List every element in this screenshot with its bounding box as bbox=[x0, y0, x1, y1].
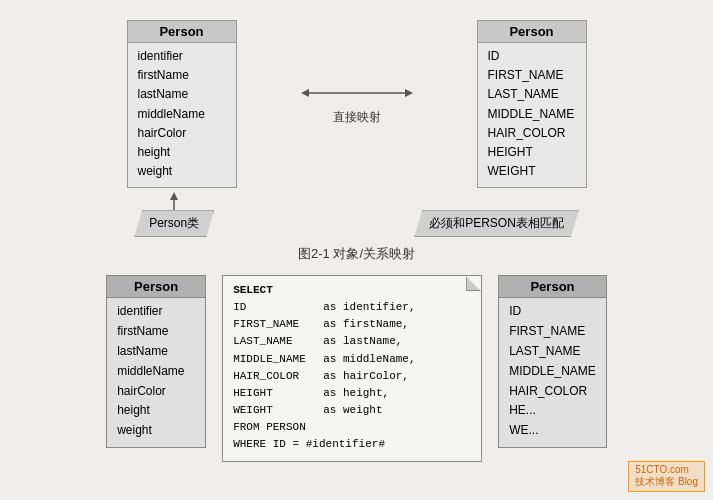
bidirectional-arrow-svg bbox=[297, 83, 417, 103]
figure-caption: 图2-1 对象/关系映射 bbox=[298, 245, 415, 263]
field-HAIR_COLOR: HAIR_COLOR bbox=[488, 124, 576, 143]
field-WEIGHT: WEIGHT bbox=[488, 162, 576, 181]
br-field-ID: ID bbox=[509, 302, 596, 322]
field-hairColor: hairColor bbox=[138, 124, 226, 143]
svg-marker-4 bbox=[170, 192, 178, 200]
field-weight: weight bbox=[138, 162, 226, 181]
br-field-HEIGHT: HE... bbox=[509, 401, 596, 421]
field-LAST_NAME: LAST_NAME bbox=[488, 85, 576, 104]
field-FIRST_NAME: FIRST_NAME bbox=[488, 66, 576, 85]
sql-row-haircolor: HAIR_COLOR as hairColor, bbox=[233, 368, 471, 385]
top-left-entity: Person identifier firstName lastName mid… bbox=[127, 20, 237, 188]
top-arrow-line bbox=[297, 83, 417, 103]
field-height: height bbox=[138, 143, 226, 162]
b-field-firstName: firstName bbox=[117, 322, 195, 342]
top-left-entity-header: Person bbox=[128, 21, 236, 43]
br-field-LAST_NAME: LAST_NAME bbox=[509, 342, 596, 362]
watermark-line1: 51CTO.com bbox=[635, 464, 698, 475]
b-field-hairColor: hairColor bbox=[117, 382, 195, 402]
top-right-entity-body: ID FIRST_NAME LAST_NAME MIDDLE_NAME HAIR… bbox=[478, 43, 586, 187]
field-ID: ID bbox=[488, 47, 576, 66]
bottom-right-entity-body: ID FIRST_NAME LAST_NAME MIDDLE_NAME HAIR… bbox=[499, 298, 606, 447]
sql-select: SELECT bbox=[233, 282, 471, 299]
svg-marker-2 bbox=[405, 89, 413, 97]
sql-box: SELECT ID as identifier, FIRST_NAME as f… bbox=[222, 275, 482, 461]
sql-from: FROM PERSON bbox=[233, 419, 471, 436]
bottom-section: Person identifier firstName lastName mid… bbox=[0, 275, 713, 461]
bottom-right-entity: Person ID FIRST_NAME LAST_NAME MIDDLE_NA… bbox=[498, 275, 607, 448]
arrow-label: 直接映射 bbox=[333, 109, 381, 126]
b-field-height: height bbox=[117, 401, 195, 421]
bottom-left-entity: Person identifier firstName lastName mid… bbox=[106, 275, 206, 448]
top-left-entity-body: identifier firstName lastName middleName… bbox=[128, 43, 236, 187]
field-HEIGHT: HEIGHT bbox=[488, 143, 576, 162]
top-right-entity: Person ID FIRST_NAME LAST_NAME MIDDLE_NA… bbox=[477, 20, 587, 188]
top-right-entity-header: Person bbox=[478, 21, 586, 43]
br-field-MIDDLE_NAME: MIDDLE_NAME bbox=[509, 362, 596, 382]
br-field-WEIGHT: WE... bbox=[509, 421, 596, 441]
watermark-line2: 技术博客 Blog bbox=[635, 475, 698, 489]
b-field-weight: weight bbox=[117, 421, 195, 441]
field-identifier: identifier bbox=[138, 47, 226, 66]
sql-where: WHERE ID = #identifier# bbox=[233, 436, 471, 453]
field-lastName: lastName bbox=[138, 85, 226, 104]
left-caption-group: Person类 bbox=[134, 192, 214, 237]
bottom-left-entity-header: Person bbox=[107, 276, 205, 298]
caption-person-class: Person类 bbox=[134, 210, 214, 237]
field-middleName: middleName bbox=[138, 105, 226, 124]
bottom-right-entity-header: Person bbox=[499, 276, 606, 298]
field-MIDDLE_NAME: MIDDLE_NAME bbox=[488, 105, 576, 124]
field-firstName: firstName bbox=[138, 66, 226, 85]
b-field-middleName: middleName bbox=[117, 362, 195, 382]
sql-row-middlename: MIDDLE_NAME as middleName, bbox=[233, 351, 471, 368]
up-arrow-left-svg bbox=[168, 192, 180, 210]
top-diagram-row: Person identifier firstName lastName mid… bbox=[127, 20, 587, 188]
sql-row-id: ID as identifier, bbox=[233, 299, 471, 316]
sql-row-height: HEIGHT as height, bbox=[233, 385, 471, 402]
br-field-FIRST_NAME: FIRST_NAME bbox=[509, 322, 596, 342]
svg-marker-0 bbox=[301, 89, 309, 97]
right-caption-group: 必须和PERSON表相匹配 bbox=[414, 192, 579, 237]
b-field-identifier: identifier bbox=[117, 302, 195, 322]
sql-row-firstname: FIRST_NAME as firstName, bbox=[233, 316, 471, 333]
br-field-HAIR_COLOR: HAIR_COLOR bbox=[509, 382, 596, 402]
sql-row-lastname: LAST_NAME as lastName, bbox=[233, 333, 471, 350]
bottom-left-entity-body: identifier firstName lastName middleName… bbox=[107, 298, 205, 447]
watermark: 51CTO.com 技术博客 Blog bbox=[628, 461, 705, 492]
b-field-lastName: lastName bbox=[117, 342, 195, 362]
sql-row-weight: WEIGHT as weight bbox=[233, 402, 471, 419]
caption-must-match: 必须和PERSON表相匹配 bbox=[414, 210, 579, 237]
top-section: Person identifier firstName lastName mid… bbox=[0, 0, 713, 263]
top-arrow-area: 直接映射 bbox=[297, 83, 417, 126]
